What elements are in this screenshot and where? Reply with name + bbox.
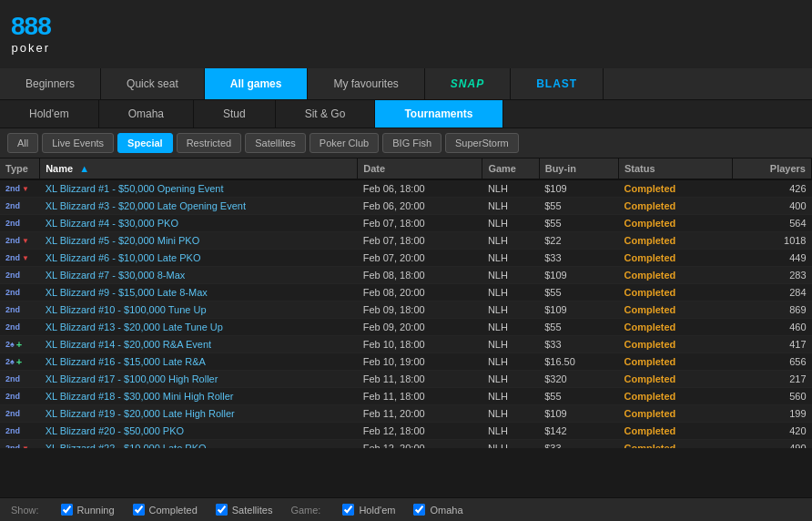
cell-buyin: $109	[539, 405, 618, 423]
table-row[interactable]: 2ndXL Blizzard #13 - $20,000 Late Tune U…	[0, 319, 812, 336]
tab-stud[interactable]: Stud	[194, 100, 276, 128]
checkbox-running[interactable]: Running	[61, 504, 115, 516]
checkbox-satellites-input[interactable]	[216, 504, 228, 516]
tab-blast[interactable]: BLAST	[511, 68, 604, 99]
col-header-type[interactable]: Type	[0, 158, 40, 179]
checkbox-completed[interactable]: Completed	[133, 504, 198, 516]
col-header-name[interactable]: Name ▲	[40, 158, 358, 179]
tab-my-favourites[interactable]: My favourites	[308, 68, 424, 99]
table-row[interactable]: 2nd▼XL Blizzard #22 - $10,000 Late PKOFe…	[0, 440, 812, 449]
table-row[interactable]: 2ndXL Blizzard #4 - $30,000 PKOFeb 07, 1…	[0, 215, 812, 232]
cell-date: Feb 08, 20:00	[358, 284, 482, 301]
filter-all[interactable]: All	[7, 133, 38, 153]
cell-name[interactable]: XL Blizzard #9 - $15,000 Late 8-Max	[40, 284, 358, 301]
cell-type: 2nd▼	[0, 440, 40, 449]
cell-type: 2nd	[0, 267, 40, 284]
cell-name[interactable]: XL Blizzard #1 - $50,000 Opening Event	[40, 179, 358, 198]
table-row[interactable]: 2nd▼XL Blizzard #6 - $10,000 Late PKOFeb…	[0, 250, 812, 267]
tab-snap[interactable]: SNAP	[425, 68, 511, 99]
table-row[interactable]: 2ndXL Blizzard #9 - $15,000 Late 8-MaxFe…	[0, 284, 812, 301]
checkbox-completed-input[interactable]	[133, 504, 145, 516]
table-row[interactable]: 2ndXL Blizzard #20 - $50,000 PKOFeb 12, …	[0, 423, 812, 440]
table-row[interactable]: 2ndXL Blizzard #7 - $30,000 8-MaxFeb 08,…	[0, 267, 812, 284]
table-row[interactable]: 2ndXL Blizzard #17 - $100,000 High Rolle…	[0, 371, 812, 388]
cell-status: Completed	[618, 284, 732, 301]
cell-type: 2nd	[0, 371, 40, 388]
filter-big-fish[interactable]: BIG Fish	[382, 133, 442, 153]
cell-buyin: $16.50	[539, 353, 618, 371]
filter-restricted[interactable]: Restricted	[177, 133, 242, 153]
checkbox-holdem-input[interactable]	[342, 504, 354, 516]
cell-date: Feb 11, 18:00	[358, 388, 482, 405]
filter-satellites[interactable]: Satellites	[245, 133, 306, 153]
cell-buyin: $55	[539, 215, 618, 232]
cell-game: NLH	[482, 423, 539, 440]
tab-quick-seat[interactable]: Quick seat	[101, 68, 205, 99]
cell-name[interactable]: XL Blizzard #22 - $10,000 Late PKO	[40, 440, 358, 449]
cell-name[interactable]: XL Blizzard #7 - $30,000 8-Max	[40, 267, 358, 284]
col-header-players[interactable]: Players	[732, 158, 811, 179]
cell-game: NLH	[482, 179, 539, 198]
cell-name[interactable]: XL Blizzard #10 - $100,000 Tune Up	[40, 301, 358, 319]
cell-name[interactable]: XL Blizzard #20 - $50,000 PKO	[40, 423, 358, 440]
cell-name[interactable]: XL Blizzard #14 - $20,000 R&A Event	[40, 336, 358, 353]
cell-name[interactable]: XL Blizzard #16 - $15,000 Late R&A	[40, 353, 358, 371]
table-row[interactable]: 2ndXL Blizzard #18 - $30,000 Mini High R…	[0, 388, 812, 405]
cell-game: NLH	[482, 215, 539, 232]
cell-date: Feb 10, 19:00	[358, 353, 482, 371]
cell-name[interactable]: XL Blizzard #18 - $30,000 Mini High Roll…	[40, 388, 358, 405]
cell-players: 560	[732, 388, 811, 405]
table-row[interactable]: 2ndXL Blizzard #19 - $20,000 Late High R…	[0, 405, 812, 423]
cell-date: Feb 12, 18:00	[358, 423, 482, 440]
table-row[interactable]: 2ndXL Blizzard #10 - $100,000 Tune UpFeb…	[0, 301, 812, 319]
cell-name[interactable]: XL Blizzard #4 - $30,000 PKO	[40, 215, 358, 232]
cell-date: Feb 07, 20:00	[358, 250, 482, 267]
table-row[interactable]: 2nd▼XL Blizzard #5 - $20,000 Mini PKOFeb…	[0, 232, 812, 250]
cell-name[interactable]: XL Blizzard #17 - $100,000 High Roller	[40, 371, 358, 388]
cell-date: Feb 07, 18:00	[358, 232, 482, 250]
show-label: Show:	[11, 505, 39, 516]
cell-name[interactable]: XL Blizzard #6 - $10,000 Late PKO	[40, 250, 358, 267]
cell-name[interactable]: XL Blizzard #5 - $20,000 Mini PKO	[40, 232, 358, 250]
table-row[interactable]: 2nd▼XL Blizzard #1 - $50,000 Opening Eve…	[0, 179, 812, 198]
cell-status: Completed	[618, 371, 732, 388]
checkbox-running-input[interactable]	[61, 504, 73, 516]
tab-tournaments[interactable]: Tournaments	[375, 100, 502, 128]
cell-game: NLH	[482, 388, 539, 405]
filter-live-events[interactable]: Live Events	[42, 133, 114, 153]
cell-type: 2♠+	[0, 353, 40, 371]
filter-poker-club[interactable]: Poker Club	[310, 133, 379, 153]
cell-game: NLH	[482, 353, 539, 371]
cell-buyin: $109	[539, 301, 618, 319]
tab-omaha[interactable]: Omaha	[99, 100, 194, 128]
col-header-game[interactable]: Game	[482, 158, 539, 179]
cell-buyin: $109	[539, 267, 618, 284]
tab-all-games[interactable]: All games	[205, 68, 309, 99]
tab-holdem[interactable]: Hold'em	[0, 100, 99, 128]
table-row[interactable]: 2♠+XL Blizzard #16 - $15,000 Late R&AFeb…	[0, 353, 812, 371]
col-header-date[interactable]: Date	[358, 158, 482, 179]
cell-name[interactable]: XL Blizzard #3 - $20,000 Late Opening Ev…	[40, 198, 358, 215]
cell-name[interactable]: XL Blizzard #19 - $20,000 Late High Roll…	[40, 405, 358, 423]
cell-buyin: $142	[539, 423, 618, 440]
col-header-status[interactable]: Status	[618, 158, 732, 179]
cell-type: 2nd	[0, 405, 40, 423]
checkbox-satellites[interactable]: Satellites	[216, 504, 273, 516]
table-row[interactable]: 2♠+XL Blizzard #14 - $20,000 R&A EventFe…	[0, 336, 812, 353]
cell-name[interactable]: XL Blizzard #13 - $20,000 Late Tune Up	[40, 319, 358, 336]
checkbox-omaha[interactable]: Omaha	[413, 504, 462, 516]
cell-type: 2nd▼	[0, 250, 40, 267]
table-row[interactable]: 2ndXL Blizzard #3 - $20,000 Late Opening…	[0, 198, 812, 215]
cell-game: NLH	[482, 440, 539, 449]
cell-status: Completed	[618, 179, 732, 198]
col-header-buyin[interactable]: Buy-in	[539, 158, 618, 179]
filter-special[interactable]: Special	[117, 133, 173, 153]
tab-beginners[interactable]: Beginners	[0, 68, 101, 99]
checkbox-omaha-input[interactable]	[413, 504, 425, 516]
filter-superstorm[interactable]: SuperStorm	[445, 133, 519, 153]
tab-sit-go[interactable]: Sit & Go	[276, 100, 376, 128]
cell-status: Completed	[618, 388, 732, 405]
cell-players: 217	[732, 371, 811, 388]
checkbox-holdem[interactable]: Hold'em	[342, 504, 395, 516]
cell-buyin: $55	[539, 319, 618, 336]
